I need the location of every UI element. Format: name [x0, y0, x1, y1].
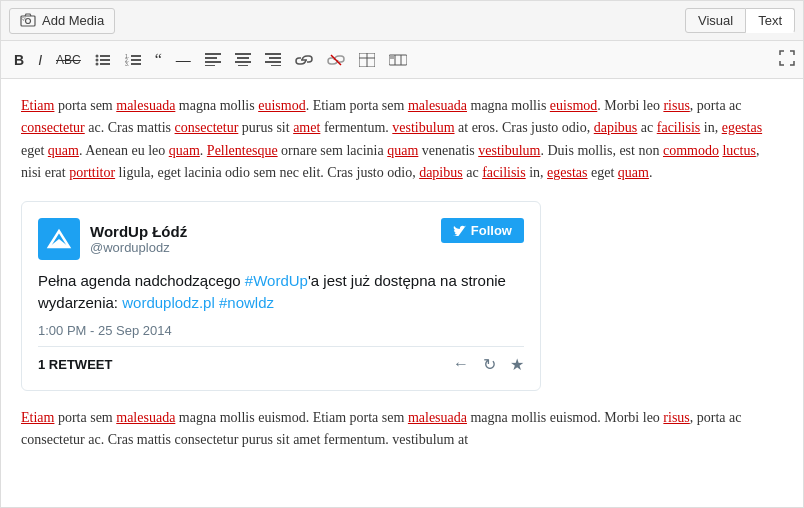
svg-rect-19 — [235, 53, 251, 55]
link-button[interactable] — [290, 51, 318, 69]
link-etiam1[interactable]: Etiam — [21, 98, 54, 113]
wordup-logo-icon — [45, 225, 73, 253]
retweet-number: 1 — [38, 357, 45, 372]
svg-point-3 — [95, 54, 98, 57]
svg-rect-15 — [205, 53, 221, 55]
tweet-hashtag2[interactable]: #nowldz — [219, 294, 274, 311]
link-dapibus2[interactable]: dapibus — [419, 165, 463, 180]
svg-rect-35 — [390, 56, 394, 59]
tweet-user: WordUp Łódź @worduplodz — [38, 218, 187, 260]
tweet-header: WordUp Łódź @worduplodz Follow — [38, 218, 524, 260]
unordered-list-button[interactable] — [90, 51, 116, 69]
retweet-button[interactable]: ↻ — [483, 355, 496, 374]
link-consectetur2[interactable]: consectetur — [175, 120, 239, 135]
link-pellentesque1[interactable]: Pellentesque — [207, 143, 278, 158]
ordered-list-button[interactable]: 1.2.3. — [120, 51, 146, 69]
strikethrough-button[interactable]: ABC — [51, 51, 86, 69]
link-euismod1[interactable]: euismod — [258, 98, 305, 113]
link-risus1[interactable]: risus — [663, 98, 689, 113]
view-tabs: Visual Text — [685, 8, 795, 33]
tweet-link[interactable]: worduplodz.pl — [122, 294, 215, 311]
svg-point-5 — [95, 58, 98, 61]
fullscreen-button[interactable] — [779, 50, 795, 70]
link-amet1[interactable]: amet — [293, 120, 320, 135]
link-facilisis1[interactable]: facilisis — [657, 120, 701, 135]
bold-button[interactable]: B — [9, 50, 29, 70]
svg-rect-22 — [238, 65, 248, 66]
link-malesuada2[interactable]: malesuada — [408, 98, 467, 113]
link-facilisis2[interactable]: facilisis — [482, 165, 526, 180]
insert-table-button[interactable] — [354, 51, 380, 69]
unlink-button[interactable] — [322, 51, 350, 69]
link-consectetur1[interactable]: consectetur — [21, 120, 85, 135]
toolbar: B I ABC 1.2.3. “ — — [1, 41, 803, 79]
tweet-user-handle: @worduplodz — [90, 240, 187, 255]
italic-button[interactable]: I — [33, 50, 47, 70]
tweet-retweet-count: 1 RETWEET — [38, 357, 112, 372]
add-media-label: Add Media — [42, 13, 104, 28]
tab-text[interactable]: Text — [746, 8, 795, 33]
svg-point-1 — [26, 18, 31, 23]
link-porttitor1[interactable]: porttitor — [69, 165, 115, 180]
blockquote-button[interactable]: “ — [150, 49, 167, 71]
hr-button[interactable]: — — [171, 49, 196, 70]
link-etiam3[interactable]: Etiam — [21, 410, 54, 425]
link-malesuada3[interactable]: malesuada — [116, 410, 175, 425]
svg-rect-10 — [131, 55, 141, 57]
svg-rect-16 — [205, 57, 217, 59]
tweet-user-name: WordUp Łódź — [90, 223, 187, 240]
link-quam3[interactable]: quam — [387, 143, 418, 158]
tweet-actions: ← ↻ ★ — [453, 355, 524, 374]
link-quam1[interactable]: quam — [48, 143, 79, 158]
link-quam4[interactable]: quam — [618, 165, 649, 180]
link-quam2[interactable]: quam — [169, 143, 200, 158]
svg-rect-26 — [271, 65, 281, 66]
svg-point-7 — [95, 62, 98, 65]
tweet-hashtag1[interactable]: #WordUp — [245, 272, 308, 289]
svg-text:3.: 3. — [125, 61, 129, 67]
svg-rect-6 — [100, 59, 110, 61]
follow-label: Follow — [471, 223, 512, 238]
svg-text:Q!: Q! — [22, 16, 26, 21]
content-area[interactable]: Etiam porta sem malesuada magna mollis e… — [1, 79, 803, 507]
link-commodo1[interactable]: commodo — [663, 143, 719, 158]
svg-rect-23 — [265, 53, 281, 55]
align-right-button[interactable] — [260, 51, 286, 68]
svg-rect-14 — [131, 63, 141, 65]
tweet-time: 1:00 PM - 25 Sep 2014 — [38, 323, 524, 338]
link-luctus1[interactable]: luctus — [722, 143, 755, 158]
paragraph-1: Etiam porta sem malesuada magna mollis e… — [21, 95, 783, 185]
avatar — [38, 218, 80, 260]
link-egestas1[interactable]: egestas — [722, 120, 762, 135]
top-bar: Q! Add Media Visual Text — [1, 1, 803, 41]
link-euismod2[interactable]: euismod — [550, 98, 597, 113]
tweet-card: WordUp Łódź @worduplodz Follow Pełna age… — [21, 201, 541, 391]
link-malesuada4[interactable]: malesuada — [408, 410, 467, 425]
follow-button[interactable]: Follow — [441, 218, 524, 243]
link-egestas2[interactable]: egestas — [547, 165, 587, 180]
link-risus2[interactable]: risus — [663, 410, 689, 425]
align-center-button[interactable] — [230, 51, 256, 68]
link-vestibulum1[interactable]: vestibulum — [392, 120, 454, 135]
tweet-body: Pełna agenda nadchodzącego #WordUp'a jes… — [38, 270, 524, 315]
reply-button[interactable]: ← — [453, 355, 469, 374]
link-dapibus1[interactable]: dapibus — [594, 120, 638, 135]
link-malesuada1[interactable]: malesuada — [116, 98, 175, 113]
svg-rect-18 — [205, 65, 215, 66]
tab-visual[interactable]: Visual — [685, 8, 746, 33]
tweet-stats: 1 RETWEET ← ↻ ★ — [38, 346, 524, 374]
tweet-text-before: Pełna agenda nadchodzącego — [38, 272, 245, 289]
favorite-button[interactable]: ★ — [510, 355, 524, 374]
editor-wrapper: Q! Add Media Visual Text B I ABC 1.2.3. … — [0, 0, 804, 508]
align-left-button[interactable] — [200, 51, 226, 68]
svg-rect-4 — [100, 55, 110, 57]
svg-rect-21 — [235, 61, 251, 63]
insert-more-button[interactable] — [384, 51, 412, 69]
svg-rect-8 — [100, 63, 110, 65]
svg-rect-20 — [237, 57, 249, 59]
svg-rect-24 — [269, 57, 281, 59]
twitter-bird-icon — [453, 224, 467, 236]
paragraph-2: Etiam porta sem malesuada magna mollis e… — [21, 407, 783, 452]
link-vestibulum2[interactable]: vestibulum — [478, 143, 540, 158]
add-media-button[interactable]: Q! Add Media — [9, 8, 115, 34]
